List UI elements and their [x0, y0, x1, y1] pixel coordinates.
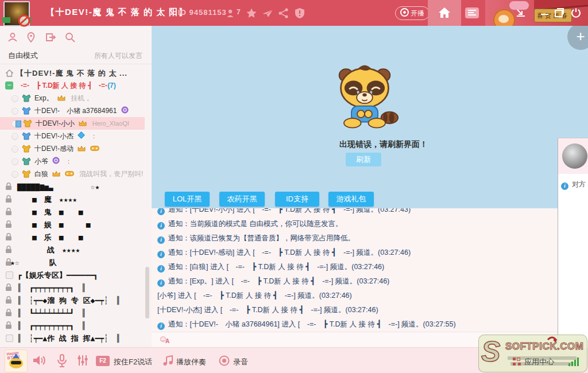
- subchannel-row[interactable]: ║ ┆┯━▲作 战 指 挥▲━┯┆ ║: [0, 332, 145, 344]
- user-name: 小爷: [34, 157, 48, 165]
- lock-icon: [5, 220, 13, 228]
- channel-mode-row: 自由模式 所有人可以发言: [0, 48, 152, 64]
- user-name: 十DEV!-小杰: [34, 132, 74, 140]
- user-row[interactable]: 十DEV!-感动: [0, 142, 145, 155]
- ribbon-decoration: [2, 17, 10, 23]
- user-name: 白狼: [34, 170, 48, 178]
- subchannel-row[interactable]: ║ ┏┯┯┯┯┯┯┯┯┓ ║: [0, 281, 145, 294]
- home-icon: [438, 6, 451, 19]
- crown-icon: [79, 120, 87, 126]
- voice-indicator: [11, 95, 18, 102]
- music-note-icon[interactable]: [163, 355, 174, 367]
- home-tab[interactable]: [428, 0, 461, 26]
- sunglasses: [11, 361, 21, 364]
- private-chat-panel[interactable]: i对方 ☺: [558, 138, 588, 348]
- subchannel-name: ■ 魔 ★★★★: [17, 195, 77, 205]
- app-center-label[interactable]: 应用中心: [524, 357, 554, 367]
- exit-channel-icon[interactable]: [45, 32, 56, 43]
- shirt-icon: [22, 170, 31, 178]
- lock-icon: [5, 283, 13, 292]
- play-accompaniment-label[interactable]: 播放伴奏: [176, 357, 206, 367]
- game-button-id[interactable]: ID支持: [275, 192, 319, 207]
- sidebar-scrollbar[interactable]: [145, 267, 149, 318]
- channel-title: 【十DEV!-魔 鬼 不 落 的 太 阳】: [46, 7, 188, 18]
- channel-dot-icon: [6, 335, 13, 342]
- viewers-icon[interactable]: [226, 7, 237, 19]
- plane-ticket-icon[interactable]: [262, 7, 273, 19]
- mixer-icon[interactable]: [76, 354, 89, 367]
- power-close-icon[interactable]: [571, 7, 581, 18]
- tree-sub-channel[interactable]: − -=- ┣ T.D新 人 接 待 ┫ -=-(7): [0, 79, 145, 92]
- subchannel-name: ║ ┆┯━◆溜 狗 专 区◆━┯┆ ║: [17, 296, 121, 306]
- subchannel-row[interactable]: ▇▇▇▇▇▆▅▃ ☆★: [0, 180, 145, 193]
- share-icon[interactable]: [278, 7, 289, 19]
- security-shield-icon[interactable]: [294, 7, 305, 19]
- app-window: 【十DEV!-魔 鬼 不 落 的 太 阳】 ID 94581153 7 开播: [0, 0, 588, 373]
- speaker-icon[interactable]: [32, 354, 46, 367]
- channel-avatar[interactable]: [3, 1, 30, 26]
- subchannel-row[interactable]: ■ 娱 ■ ■: [0, 218, 145, 231]
- subchannel-row[interactable]: ■ 鬼 ■ ■: [0, 205, 145, 218]
- user-row-selected[interactable]: 十DEV!-小小 Hero_XIaoQI: [0, 117, 145, 130]
- chat-message: [小爷] 进入 [ -=- ┣ T.D新 人 接 待 ┫ -=-] 频道。(03…: [157, 289, 558, 303]
- record-icon[interactable]: [219, 355, 230, 366]
- chat-message: i通知：[Exp。] 进入 [ -=- ┣ T.D新 人 接 待 ┫ -=-] …: [157, 274, 558, 289]
- microphone-icon[interactable]: [56, 354, 68, 368]
- subchannel-row[interactable]: ║ ┗┷┷┷┷┷┷┷┷┛ ║: [0, 306, 145, 319]
- user-row[interactable]: Exp。 挂机 。: [0, 92, 145, 104]
- game-button-lol[interactable]: LOL开黑: [165, 192, 210, 207]
- app-center-icon[interactable]: [513, 358, 521, 366]
- minimize-icon[interactable]: [541, 14, 548, 15]
- viewer-count: 7: [237, 8, 241, 16]
- chat-list-icon[interactable]: [465, 7, 479, 18]
- voice-indicator: [11, 171, 18, 178]
- info-icon: i: [157, 208, 165, 215]
- chat-message: i通知：[十DEV!-小小] 进入 [ -=- ┣ T.D新 人 接 待 ┫ -…: [157, 208, 558, 217]
- start-broadcast-button[interactable]: 开播: [395, 6, 430, 20]
- subchannel-row[interactable]: ┏【娱乐专区】━━━━━━┓: [0, 269, 145, 281]
- info-icon: i: [157, 236, 165, 244]
- font-icon[interactable]: A: [165, 338, 169, 344]
- contact-avatar[interactable]: [562, 143, 587, 169]
- subchannel-name: ║ ┏┯┯┯┯┯┯┯┯┓ ║: [17, 283, 86, 293]
- video-icon: [16, 121, 21, 127]
- subchannel-row[interactable]: ★☆ 队: [0, 256, 145, 269]
- badge-icon: [121, 106, 129, 114]
- game-button-moba[interactable]: 农药开黑: [219, 192, 265, 207]
- self-avatar[interactable]: Happy B'Day!: [5, 349, 28, 372]
- minimize-to-tray-icon[interactable]: [516, 8, 526, 18]
- user-row[interactable]: 小爷 ：: [0, 155, 145, 168]
- shirt-icon: [22, 94, 31, 102]
- tree-root-channel[interactable]: 【十DEV!-魔 鬼 不 落 的 太 ...: [0, 67, 145, 79]
- subchannel-row[interactable]: ║ ┆┯━◆溜 狗 专 区◆━┯┆ ║: [0, 294, 145, 306]
- record-label[interactable]: 录音: [233, 357, 248, 367]
- gamepad-icon: [90, 145, 99, 151]
- member-icon[interactable]: [7, 32, 18, 43]
- subchannel-row[interactable]: 战 ★★★★: [0, 243, 145, 256]
- subchannel-name: ▇▇▇▇▇▆▅▃ ☆★: [17, 182, 99, 192]
- restore-icon[interactable]: [555, 10, 563, 17]
- sub-channel-count: (7): [107, 81, 116, 90]
- user-row[interactable]: 白狼 混战叫我，丧尸别叫!: [0, 168, 145, 180]
- push-to-talk-label[interactable]: 按住F2说话: [114, 357, 152, 367]
- chat-log[interactable]: i通知：[十DEV!-小小] 进入 [ -=- ┣ T.D新 人 接 待 ┫ -…: [152, 208, 558, 332]
- subchannel-row[interactable]: ■ 魔 ★★★★: [0, 193, 145, 205]
- voice-indicator: [11, 108, 18, 115]
- broadcast-icon: [400, 8, 409, 17]
- location-icon[interactable]: [25, 32, 37, 43]
- subchannel-row[interactable]: ■ 乐 ■ ■: [0, 231, 145, 243]
- shirt-icon: [22, 157, 31, 165]
- search-icon[interactable]: [64, 32, 76, 43]
- info-icon: i: [157, 279, 165, 287]
- refresh-button[interactable]: 刷新: [346, 153, 381, 166]
- subchannel-name: 战 ★★★★: [17, 245, 80, 255]
- shirt-icon: [22, 107, 31, 115]
- game-button-gift[interactable]: 游戏礼包: [328, 192, 374, 207]
- user-row[interactable]: 十DEV!- 小猪 a37684961: [0, 104, 145, 117]
- subchannel-row[interactable]: ║ ┏┯┯┯┯┯┯┯┯┓ ║: [0, 319, 145, 332]
- favorite-star-icon[interactable]: [246, 7, 257, 19]
- collapse-icon[interactable]: −: [5, 81, 13, 90]
- user-name: 十DEV!-小小: [36, 119, 75, 127]
- subchannel-name: ║ ┗┷┷┷┷┷┷┷┷┛ ║: [17, 308, 86, 318]
- user-row[interactable]: 十DEV!-小杰 ：: [0, 130, 145, 142]
